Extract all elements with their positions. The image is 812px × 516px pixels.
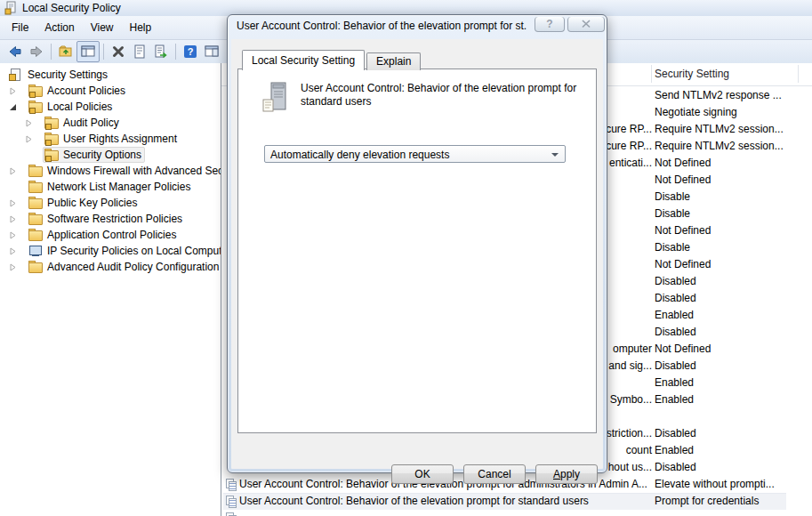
cancel-button[interactable]: Cancel xyxy=(463,464,526,484)
tree-item-audit-policy[interactable]: Audit Policy xyxy=(0,115,221,131)
toolbar-separator xyxy=(103,44,104,60)
folder-lock-icon xyxy=(44,133,59,145)
app-icon xyxy=(4,1,18,15)
delete-icon[interactable] xyxy=(108,42,129,61)
expander-collapsed-icon[interactable] xyxy=(7,199,27,207)
tree-item-windows-firewall[interactable]: Windows Firewall with Advanced Secu xyxy=(0,163,221,179)
back-icon[interactable] xyxy=(4,42,26,61)
dialog-title: User Account Control: Behavior of the el… xyxy=(237,20,527,32)
tree-item-public-key-policies[interactable]: Public Key Policies xyxy=(0,195,221,211)
policy-name-text: User Account Control: Behavior of the el… xyxy=(301,82,578,109)
folder-icon xyxy=(28,197,43,209)
apply-button[interactable]: Apply xyxy=(535,464,598,484)
folder-icon xyxy=(28,213,43,225)
dialog-client-area: Local Security Setting Explain User Acco… xyxy=(231,39,603,469)
tree-item-ip-security-policies[interactable]: IP Security Policies on Local Compute xyxy=(0,243,221,259)
column-separator[interactable] xyxy=(798,65,799,83)
show-console-tree-icon[interactable] xyxy=(76,41,100,62)
ok-button[interactable]: OK xyxy=(391,464,454,484)
folder-icon xyxy=(28,165,43,177)
export-list-icon[interactable] xyxy=(150,42,172,61)
folder-lock-icon xyxy=(44,149,59,161)
show-action-pane-icon[interactable] xyxy=(201,42,222,61)
dialog-help-button[interactable]: ? xyxy=(535,17,565,32)
folder-lock-icon xyxy=(28,101,43,113)
svg-text:?: ? xyxy=(188,46,194,57)
policy-icon xyxy=(226,512,237,516)
tree-item-network-list-manager[interactable]: Network List Manager Policies xyxy=(0,179,221,195)
folder-lock-icon xyxy=(28,85,43,97)
properties-icon[interactable] xyxy=(129,42,150,61)
expander-collapsed-icon[interactable] xyxy=(23,135,43,143)
toolbar-separator xyxy=(51,44,52,60)
help-icon[interactable]: ? xyxy=(180,42,201,61)
column-separator[interactable] xyxy=(651,65,652,83)
menu-help[interactable]: Help xyxy=(122,19,160,36)
tree-item-user-rights-assignment[interactable]: User Rights Assignment xyxy=(0,131,221,147)
policy-row-partial[interactable] xyxy=(221,510,812,516)
column-header-security-setting[interactable]: Security Setting xyxy=(655,68,729,80)
folder-icon xyxy=(28,229,43,241)
tab-local-security-setting[interactable]: Local Security Setting xyxy=(242,50,365,70)
expander-collapsed-icon[interactable] xyxy=(7,87,27,95)
dialog-button-row: OK Cancel Apply xyxy=(231,464,603,484)
chevron-down-icon xyxy=(551,153,559,157)
tab-page-local-security-setting: User Account Control: Behavior of the el… xyxy=(237,69,597,433)
uac-policy-properties-dialog: User Account Control: Behavior of the el… xyxy=(227,14,607,473)
elevation-behavior-dropdown[interactable]: Automatically deny elevation requests xyxy=(264,145,566,163)
expander-collapsed-icon[interactable] xyxy=(7,263,27,271)
security-settings-icon xyxy=(9,69,23,81)
menu-action[interactable]: Action xyxy=(36,19,82,36)
expander-collapsed-icon[interactable] xyxy=(23,119,43,127)
local-security-policy-window: Local Security Policy File Action View H… xyxy=(0,0,812,516)
dialog-tabs: Local Security Setting Explain xyxy=(242,50,422,70)
tree-item-account-policies[interactable]: Account Policies xyxy=(0,83,221,99)
expander-expanded-icon[interactable] xyxy=(7,103,27,111)
expander-collapsed-icon[interactable] xyxy=(7,215,27,223)
menu-file[interactable]: File xyxy=(4,19,36,36)
up-one-level-icon[interactable] xyxy=(55,42,76,61)
ip-security-computer-icon xyxy=(28,245,43,257)
tree-item-security-settings[interactable]: Security Settings xyxy=(0,67,221,83)
folder-lock-icon xyxy=(44,117,59,129)
folder-icon xyxy=(28,261,43,273)
folder-icon xyxy=(28,181,43,193)
tree-item-local-policies[interactable]: Local Policies xyxy=(0,99,221,115)
console-tree-pane: Security Settings Account Policies Local… xyxy=(0,63,221,516)
tree-item-software-restriction[interactable]: Software Restriction Policies xyxy=(0,211,221,227)
expander-collapsed-icon[interactable] xyxy=(7,231,27,239)
toolbar-separator xyxy=(175,44,176,60)
policy-icon xyxy=(226,496,237,507)
tree-item-application-control[interactable]: Application Control Policies xyxy=(0,227,221,243)
policy-row-uac-standard-users-selected[interactable]: User Account Control: Behavior of the el… xyxy=(221,493,812,510)
menu-view[interactable]: View xyxy=(83,19,122,36)
window-title: Local Security Policy xyxy=(22,2,121,14)
policy-server-icon xyxy=(260,82,292,117)
expander-collapsed-icon[interactable] xyxy=(7,247,27,255)
expander-collapsed-icon[interactable] xyxy=(7,167,27,175)
tab-explain[interactable]: Explain xyxy=(366,52,421,70)
dialog-close-icon[interactable] xyxy=(567,17,605,32)
tree-item-security-options[interactable]: Security Options xyxy=(0,147,221,163)
forward-icon[interactable] xyxy=(26,42,47,61)
tree-item-advanced-audit-policy[interactable]: Advanced Audit Policy Configuration xyxy=(0,259,221,275)
